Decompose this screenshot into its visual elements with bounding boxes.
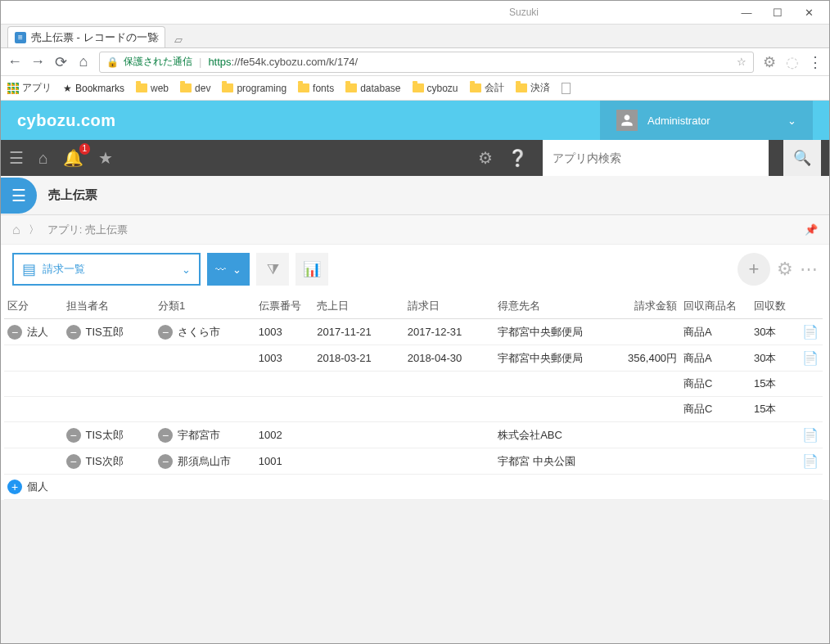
folder-icon (136, 83, 147, 92)
user-menu[interactable]: Administrator ⌄ (600, 101, 813, 140)
detail-icon[interactable]: 📄 (802, 325, 819, 339)
profile-icon[interactable]: ◌ (785, 53, 800, 71)
cell-bill (404, 422, 494, 448)
bookmark-item[interactable]: 決済 (516, 81, 550, 95)
detail-icon[interactable]: 📄 (802, 428, 819, 442)
app-title-bar: ☰ 売上伝票 (1, 176, 829, 215)
detail-icon[interactable]: 📄 (802, 351, 819, 365)
filter-button[interactable]: ⧩ (256, 253, 289, 286)
favorite-star-icon[interactable]: ★ (98, 148, 113, 168)
bookmark-page[interactable] (562, 83, 571, 94)
collapse-icon[interactable]: − (66, 325, 81, 340)
cell-amount (603, 319, 680, 345)
app-settings-icon[interactable]: ⚙ (777, 259, 793, 280)
cybozu-header: cybozu.com Administrator ⌄ (1, 101, 829, 140)
list-view-icon: ▤ (22, 260, 36, 278)
group-row: +個人 (4, 475, 823, 500)
cell-qty: 15本 (751, 397, 799, 422)
tab-close-icon[interactable]: × (152, 31, 159, 44)
apps-button[interactable]: アプリ (7, 81, 52, 95)
pin-icon[interactable]: 📌 (805, 223, 818, 236)
extension-icon[interactable]: ⚙ (762, 53, 777, 71)
cell-qty: 15本 (751, 372, 799, 397)
user-name: Administrator (647, 115, 710, 127)
star-icon: ★ (63, 83, 72, 94)
add-record-button[interactable]: + (738, 253, 770, 286)
cell-bill: 2018-04-30 (404, 345, 494, 372)
tab-favicon (15, 32, 26, 43)
folder-icon (298, 83, 309, 92)
collapse-icon[interactable]: − (66, 454, 81, 469)
collapse-icon[interactable]: − (158, 454, 173, 469)
bookmark-item[interactable]: dev (180, 83, 210, 94)
th-item[interactable]: 回収商品名 (680, 294, 751, 319)
forward-icon[interactable]: → (30, 53, 45, 70)
menu-hamburger-icon[interactable]: ☰ (9, 148, 24, 168)
th-no[interactable]: 伝票番号 (255, 294, 314, 319)
settings-gear-icon[interactable]: ⚙ (478, 148, 493, 168)
document-icon (562, 83, 571, 94)
th-amount[interactable]: 請求金額 (603, 294, 680, 319)
kubun-value: 個人 (27, 480, 48, 494)
expand-icon[interactable]: + (7, 480, 22, 494)
graph-button[interactable]: 〰 ⌄ (207, 253, 250, 286)
detail-icon[interactable]: 📄 (802, 454, 819, 468)
th-kubun[interactable]: 区分 (4, 294, 63, 319)
th-class1[interactable]: 分類1 (155, 294, 255, 319)
th-person[interactable]: 担当者名 (63, 294, 155, 319)
th-bill[interactable]: 請求日 (404, 294, 494, 319)
kubun-value: 法人 (27, 325, 48, 340)
window-minimize-button[interactable]: — (731, 3, 762, 21)
breadcrumb-home-icon[interactable]: ⌂ (12, 223, 20, 237)
bookmarks-folder[interactable]: ★ Bookmarks (63, 83, 124, 94)
search-input[interactable] (553, 151, 769, 164)
bookmark-item[interactable]: web (136, 83, 169, 94)
search-button[interactable]: 🔍 (783, 140, 821, 176)
record-table: 区分 担当者名 分類1 伝票番号 売上日 請求日 得意先名 請求金額 回収商品名… (1, 294, 829, 500)
collapse-icon[interactable]: − (158, 428, 173, 443)
chart-button[interactable]: 📊 (295, 253, 328, 286)
home-icon[interactable]: ⌂ (76, 53, 91, 70)
cybozu-logo[interactable]: cybozu.com (17, 111, 116, 130)
url-field[interactable]: 🔒 保護された通信 | https://fe54k.cybozu.com/k/1… (99, 52, 754, 73)
th-cust[interactable]: 得意先名 (494, 294, 603, 319)
bookmark-item[interactable]: database (345, 83, 400, 94)
app-icon: ☰ (1, 178, 37, 214)
more-icon[interactable]: ⋯ (800, 259, 818, 280)
collapse-icon[interactable]: − (66, 428, 81, 443)
th-qty[interactable]: 回収数 (751, 294, 799, 319)
new-tab-button[interactable]: ▱ (169, 31, 188, 47)
window-maximize-button[interactable]: ☐ (762, 3, 793, 21)
bookmark-star-icon[interactable]: ☆ (737, 56, 747, 68)
help-icon[interactable]: ❔ (507, 148, 528, 168)
cell-no: 1003 (255, 319, 314, 345)
bookmark-item[interactable]: programing (222, 83, 286, 94)
notification-badge: 1 (79, 143, 91, 155)
cell-no (255, 372, 314, 397)
notification-bell-icon[interactable]: 🔔1 (63, 148, 83, 168)
portal-home-icon[interactable]: ⌂ (38, 149, 48, 168)
cell-cust: 宇都宮 中央公園 (494, 448, 603, 475)
back-icon[interactable]: ← (7, 53, 22, 70)
view-selector[interactable]: ▤ 請求一覧 ⌄ (12, 253, 201, 286)
folder-icon (413, 83, 424, 92)
window-close-button[interactable]: ✕ (793, 3, 824, 21)
folder-icon (470, 83, 481, 92)
bookmark-item[interactable]: cybozu (413, 83, 458, 94)
cell-sale: 2017-11-21 (314, 319, 404, 345)
collapse-icon[interactable]: − (158, 325, 173, 340)
cell-qty (751, 422, 799, 448)
secure-label: 保護された通信 (124, 55, 192, 69)
bookmark-item[interactable]: 会計 (470, 81, 504, 95)
bookmarks-bar: アプリ ★ Bookmarks web dev programing fonts… (1, 76, 829, 101)
browser-tab[interactable]: 売上伝票 - レコードの一覧 × (7, 26, 165, 47)
menu-icon[interactable]: ⋮ (808, 53, 823, 71)
bookmark-item[interactable]: fonts (298, 83, 334, 94)
folder-icon (516, 83, 527, 92)
th-sale[interactable]: 売上日 (314, 294, 404, 319)
reload-icon[interactable]: ⟳ (53, 53, 68, 71)
folder-icon (345, 83, 357, 92)
lock-icon: 🔒 (106, 56, 119, 68)
browser-tabstrip: 売上伝票 - レコードの一覧 × ▱ (1, 24, 829, 48)
collapse-icon[interactable]: − (7, 325, 22, 340)
